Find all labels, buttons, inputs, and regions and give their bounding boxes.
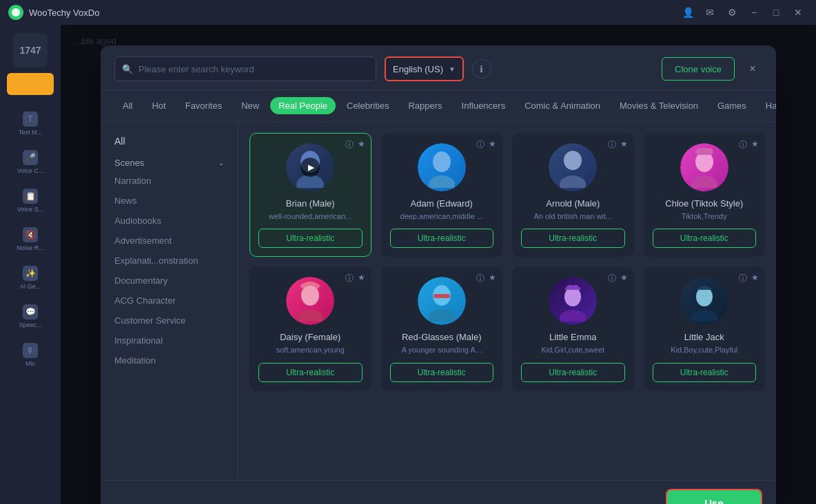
star-icon[interactable]: ★ xyxy=(489,139,496,151)
maximize-icon[interactable]: □ xyxy=(766,3,786,22)
sidebar-item-noise-label: Noise R... xyxy=(17,244,44,252)
left-panel-item-meditation[interactable]: Meditation xyxy=(101,350,238,370)
search-icon: 🔍 xyxy=(122,64,133,74)
brian-name: Brian (Male) xyxy=(286,198,335,209)
left-panel-item-news[interactable]: News xyxy=(101,191,238,211)
chloe-desc: Tiktok,Trendy xyxy=(682,211,727,222)
tab-favorites[interactable]: Favorites xyxy=(177,97,230,114)
star-icon[interactable]: ★ xyxy=(620,273,628,284)
left-panel-item-acg[interactable]: ACG Character xyxy=(101,291,238,311)
info-circle-icon[interactable]: ⓘ xyxy=(345,139,354,151)
info-circle-icon[interactable]: ⓘ xyxy=(476,139,484,151)
sidebar-item-voice2[interactable]: 📋 Voice S... xyxy=(10,183,51,219)
tab-real-people[interactable]: Real People xyxy=(270,97,336,114)
noise-icon: 🔇 xyxy=(23,227,38,242)
info-circle-icon[interactable]: ⓘ xyxy=(608,139,616,151)
use-button[interactable]: Use xyxy=(666,489,762,504)
svg-point-6 xyxy=(560,176,586,188)
voice-card-brian[interactable]: ⓘ ★ xyxy=(249,133,371,257)
svg-point-17 xyxy=(696,287,713,306)
left-panel-item-explanation[interactable]: Explanati...onstration xyxy=(101,251,238,271)
info-circle-icon[interactable]: ⓘ xyxy=(608,273,616,284)
mail-icon[interactable]: ✉ xyxy=(700,3,720,22)
search-box[interactable]: 🔍 Please enter search keyword xyxy=(114,56,376,81)
clone-voice-button[interactable]: Clone voice xyxy=(662,57,735,81)
voice-card-redglasses[interactable]: ⓘ ★ xyxy=(381,266,503,390)
svg-point-4 xyxy=(429,176,455,188)
tab-hot[interactable]: Hot xyxy=(143,97,174,114)
brian-desc: well-rounded,american... xyxy=(269,211,351,222)
info-circle-icon[interactable]: ⓘ xyxy=(739,139,747,151)
left-panel-all[interactable]: All xyxy=(101,130,238,152)
app-logo xyxy=(8,5,23,20)
tab-all[interactable]: All xyxy=(114,97,141,114)
gear-icon[interactable]: ⚙ xyxy=(722,3,742,22)
close-icon[interactable]: ✕ xyxy=(788,3,808,22)
sidebar-item-voice[interactable]: 🎤 Voice C... xyxy=(10,145,51,180)
voice-card-arnold[interactable]: ⓘ ★ xyxy=(512,133,634,257)
sidebar-action-btn[interactable] xyxy=(7,73,54,95)
tab-comic-animation[interactable]: Comic & Animation xyxy=(516,97,609,114)
language-selector[interactable]: English (US) ▼ xyxy=(385,56,464,81)
brian-avatar: ▶ xyxy=(286,143,334,191)
chevron-down-icon[interactable]: ⌄ xyxy=(218,159,224,167)
info-circle-icon[interactable]: ⓘ xyxy=(476,273,484,284)
emma-badge: Ultra-realistic xyxy=(521,363,625,382)
info-circle-icon[interactable]: ⓘ xyxy=(739,273,747,284)
voice-card-daisy[interactable]: ⓘ ★ xyxy=(249,266,371,390)
voice-card-chloe[interactable]: ⓘ ★ xyxy=(644,133,766,257)
tab-celebrities[interactable]: Celebrities xyxy=(338,97,397,114)
sidebar-item-ai[interactable]: ✨ AI Ge... xyxy=(10,260,51,296)
voice-icon: 🎤 xyxy=(23,150,38,165)
svg-point-10 xyxy=(301,285,319,306)
sidebar-item-noise[interactable]: 🔇 Noise R... xyxy=(10,222,51,258)
modal-close-button[interactable]: × xyxy=(743,59,762,78)
arnold-name: Arnold (Male) xyxy=(546,198,600,209)
star-icon[interactable]: ★ xyxy=(751,139,759,151)
voice-card-jack[interactable]: ⓘ ★ xyxy=(644,266,766,390)
adam-name: Adam (Edward) xyxy=(411,198,473,209)
sidebar-item-text[interactable]: T Text M... xyxy=(10,106,51,142)
modal-body: All Scenes ⌄ Narration News Audiobooks A… xyxy=(101,122,776,480)
sidebar-item-ai-label: AI Ge... xyxy=(20,283,41,291)
sidebar-item-mic[interactable]: 🎙 Mic xyxy=(10,337,51,373)
tab-halloween[interactable]: Halloween xyxy=(757,97,776,114)
sidebar-item-mic-label: Mic xyxy=(26,360,35,368)
modal-footer: Use xyxy=(101,480,776,504)
user-icon[interactable]: 👤 xyxy=(678,3,697,22)
mic-icon: 🎙 xyxy=(23,343,38,358)
left-panel-item-documentary[interactable]: Documentary xyxy=(101,271,238,291)
left-panel-item-inspirational[interactable]: Inspirational xyxy=(101,330,238,350)
daisy-badge: Ultra-realistic xyxy=(258,363,363,382)
star-icon[interactable]: ★ xyxy=(358,139,365,151)
left-panel-item-customer-service[interactable]: Customer Service xyxy=(101,311,238,330)
daisy-avatar xyxy=(286,277,334,325)
star-icon[interactable]: ★ xyxy=(751,273,759,284)
minimize-icon[interactable]: − xyxy=(744,3,764,22)
arnold-avatar xyxy=(549,143,597,191)
sidebar: 1747 T Text M... 🎤 Voice C... 📋 Voice S.… xyxy=(0,25,61,504)
tab-movies-tv[interactable]: Movies & Television xyxy=(611,97,706,114)
brian-badge: Ultra-realistic xyxy=(258,229,363,248)
star-icon[interactable]: ★ xyxy=(620,139,628,151)
voice-card-emma[interactable]: ⓘ ★ xyxy=(512,266,634,390)
jack-desc: Kid,Boy,cute,Playful xyxy=(671,345,737,355)
svg-point-18 xyxy=(691,310,717,322)
left-panel-item-audiobooks[interactable]: Audiobooks xyxy=(101,211,238,231)
sidebar-item-speech[interactable]: 💬 Speec... xyxy=(10,299,51,335)
voice-card-adam[interactable]: ⓘ ★ xyxy=(381,133,503,257)
star-icon[interactable]: ★ xyxy=(358,273,365,284)
left-panel-item-narration[interactable]: Narration xyxy=(101,171,238,191)
jack-name: Little Jack xyxy=(684,332,724,342)
info-button[interactable]: ℹ xyxy=(472,59,491,78)
tab-rappers[interactable]: Rappers xyxy=(400,97,450,114)
redglasses-avatar xyxy=(418,277,466,325)
app-title: WooTechy VoxDo xyxy=(29,8,99,18)
info-circle-icon[interactable]: ⓘ xyxy=(345,273,354,284)
left-panel-item-advertisement[interactable]: Advertisement xyxy=(101,231,238,251)
star-icon[interactable]: ★ xyxy=(489,273,496,284)
emma-desc: Kid,Girl,cute,sweet xyxy=(541,345,604,355)
tab-influencers[interactable]: Influencers xyxy=(453,97,514,114)
tab-new[interactable]: New xyxy=(233,97,267,114)
tab-games[interactable]: Games xyxy=(709,97,755,114)
